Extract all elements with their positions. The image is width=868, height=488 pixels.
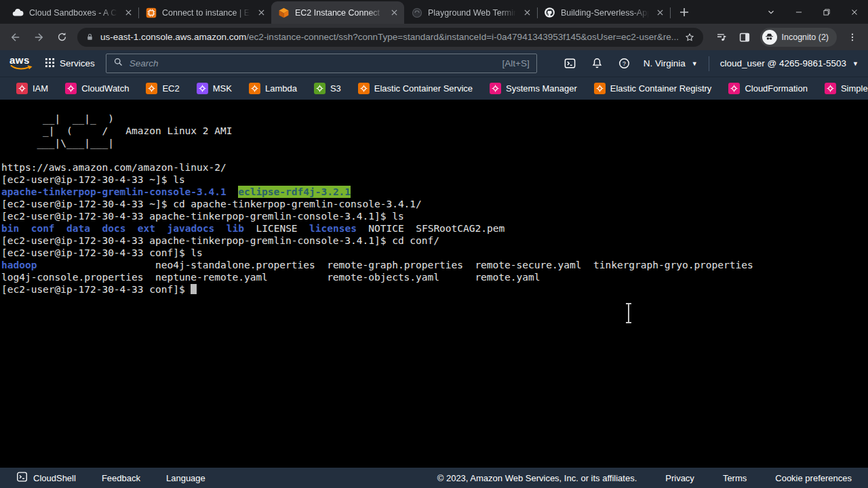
ecs-service-icon [358, 83, 370, 94]
footer-link[interactable]: Terms [723, 473, 747, 483]
tab-title: Playground Web Terminal [428, 8, 516, 18]
terminal-line: [ec2-user@ip-172-30-4-33 apache-tinkerpo… [1, 210, 868, 222]
footer-link[interactable]: Privacy [665, 473, 694, 483]
side-panel-icon[interactable] [734, 27, 755, 47]
lock-icon[interactable] [85, 33, 94, 41]
msk-service-icon [197, 83, 208, 94]
feedback-button[interactable]: Feedback [102, 473, 140, 483]
console-footer: CloudShell Feedback Language © 2023, Ama… [0, 468, 868, 488]
ec2-terminal[interactable]: __| __|_ ) _| ( / Amazon Linux 2 AMI ___… [0, 100, 868, 468]
text-cursor-pointer [623, 302, 634, 327]
favorite-service-systems-manager[interactable]: Systems Manager [490, 83, 577, 94]
tab-close-icon[interactable] [256, 7, 267, 18]
favorite-service-cloudwatch[interactable]: CloudWatch [65, 83, 129, 94]
favorite-label: CloudWatch [81, 83, 129, 94]
ecr-service-icon [594, 83, 606, 94]
tab-title: Building-Serverless-Apps [561, 8, 649, 18]
favorite-service-cloudformation[interactable]: CloudFormation [728, 83, 808, 94]
favorite-label: IAM [33, 83, 48, 94]
region-label: N. Virginia [644, 58, 686, 68]
tab-title: Cloud Sandboxes - A Clou [29, 8, 117, 18]
favorite-service-sqs[interactable]: Simple Queue Service [825, 83, 868, 94]
browser-tab[interactable]: EC2 Instance Connect [271, 1, 404, 24]
tab-close-icon[interactable] [654, 7, 666, 18]
browser-tab[interactable]: Playground Web Terminal [404, 1, 537, 24]
aws-logo[interactable]: aws [9, 56, 34, 72]
favorite-service-ecr[interactable]: Elastic Container Registry [594, 83, 712, 94]
new-tab-button[interactable] [674, 2, 694, 22]
terminal-block-cursor [191, 284, 197, 294]
notifications-bell-icon[interactable] [589, 57, 606, 70]
favorite-label: Elastic Container Registry [610, 83, 712, 94]
cloudshell-header-icon[interactable] [562, 57, 578, 70]
url-domain: us-east-1.console.aws.amazon.com [100, 32, 246, 42]
restore-button[interactable] [812, 0, 840, 24]
cloudshell-button[interactable]: CloudShell [16, 471, 76, 485]
favorite-label: Elastic Container Service [374, 83, 473, 94]
incognito-badge[interactable]: Incognito (2) [760, 28, 837, 47]
favorites-bar: IAMCloudWatchEC2MSKLambdaS3Elastic Conta… [0, 77, 868, 100]
address-bar[interactable]: us-east-1.console.aws.amazon.com/ec2-ins… [77, 28, 703, 47]
close-window-button[interactable] [840, 0, 868, 24]
browser-menu-icon[interactable] [842, 27, 863, 47]
url-text: us-east-1.console.aws.amazon.com/ec2-ins… [100, 32, 678, 42]
footer-link[interactable]: Cookie preferences [775, 473, 852, 483]
favorite-service-ec2[interactable]: EC2 [146, 83, 179, 94]
incognito-icon [762, 30, 777, 45]
bookmark-star-icon[interactable] [684, 32, 695, 43]
account-menu[interactable]: cloud_user @ 4265-9861-5503 ▼ [720, 58, 859, 68]
tab-close-icon[interactable] [521, 7, 533, 18]
favorite-label: Simple Queue Service [841, 83, 868, 94]
favorite-service-msk[interactable]: MSK [197, 83, 232, 94]
media-controls-icon[interactable] [711, 27, 732, 47]
terminal-line: [ec2-user@ip-172-30-4-33 conf]$ [1, 283, 868, 296]
favorite-label: MSK [213, 83, 232, 94]
browser-tab[interactable]: Cloud Sandboxes - A Clou [5, 1, 138, 24]
url-path: /ec2-instance-connect/ssh?connType=stand… [246, 32, 677, 42]
cloudformation-service-icon [728, 83, 740, 94]
cloud-icon [12, 7, 24, 18]
favorite-label: Lambda [265, 83, 297, 94]
terminal-line: [ec2-user@ip-172-30-4-33 apache-tinkerpo… [1, 235, 868, 247]
region-selector[interactable]: N. Virginia ▼ [644, 58, 698, 68]
terminal-line: https://aws.amazon.com/amazon-linux-2/ [1, 161, 868, 174]
favorite-label: Systems Manager [506, 83, 577, 94]
sqs-service-icon [825, 83, 836, 94]
chevron-down-icon: ▼ [852, 60, 859, 67]
back-icon[interactable] [5, 27, 26, 47]
lambda-service-icon [249, 83, 260, 94]
incognito-label: Incognito (2) [782, 33, 829, 42]
github-icon [544, 7, 555, 18]
favorite-service-ecs[interactable]: Elastic Container Service [358, 83, 473, 94]
terminal-line: hadoop neo4j-standalone.properties remot… [1, 259, 868, 271]
aws-console-header: aws Services Search [Alt+S] ? N. Virgini… [0, 50, 868, 77]
forward-icon[interactable] [28, 27, 49, 47]
favorite-service-iam[interactable]: IAM [16, 83, 48, 94]
browser-tab[interactable]: Building-Serverless-Apps [537, 1, 670, 24]
tab-search-chevron-icon[interactable] [757, 0, 785, 24]
help-icon[interactable]: ? [616, 57, 633, 70]
browser-toolbar: us-east-1.console.aws.amazon.com/ec2-ins… [0, 24, 868, 50]
tab-close-icon[interactable] [389, 7, 400, 18]
minimize-button[interactable] [785, 0, 812, 24]
window-controls [757, 0, 868, 24]
terminal-line: __| __|_ ) [1, 113, 868, 125]
favorite-service-s3[interactable]: S3 [314, 83, 341, 94]
language-button[interactable]: Language [166, 473, 205, 483]
services-label: Services [60, 58, 95, 68]
terminal-output: __| __|_ ) _| ( / Amazon Linux 2 AMI ___… [1, 113, 868, 296]
account-label: cloud_user @ 4265-9861-5503 [720, 58, 846, 68]
favorite-service-lambda[interactable]: Lambda [249, 83, 297, 94]
cloudshell-label: CloudShell [33, 473, 76, 483]
reload-icon[interactable] [52, 27, 72, 47]
browser-tab[interactable]: Connect to instance | EC2 [138, 1, 271, 24]
terminal-line: ___|\___|___| [1, 137, 868, 149]
tabs-container: Cloud Sandboxes - A ClouConnect to insta… [5, 1, 670, 24]
tab-close-icon[interactable] [123, 7, 134, 18]
services-menu[interactable]: Services [45, 58, 95, 70]
copyright-text: © 2023, Amazon Web Services, Inc. or its… [437, 473, 637, 483]
ec2-console-icon [145, 7, 157, 18]
terminal-line [1, 149, 868, 161]
systems-manager-service-icon [490, 83, 501, 94]
console-search-input[interactable]: Search [Alt+S] [106, 54, 537, 73]
